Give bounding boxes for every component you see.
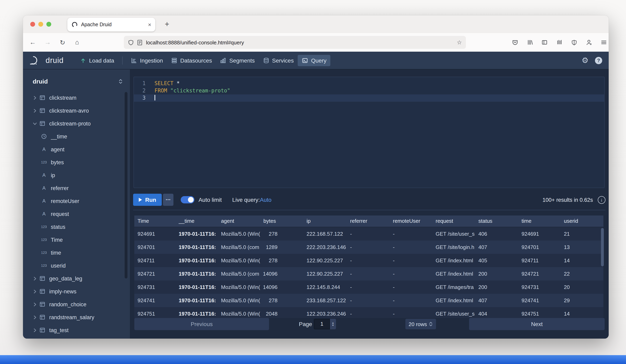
rows-per-page-select[interactable]: 20 rows [405, 319, 436, 329]
table-cell[interactable]: Mozilla/5.0 (Win( [218, 307, 260, 318]
table-cell[interactable]: Mozilla/5.0 (Win( [218, 294, 260, 307]
nav-item-query[interactable]: Query [298, 55, 330, 66]
new-tab-button[interactable]: + [162, 19, 172, 30]
table-cell[interactable]: GET /site/login.h [432, 241, 475, 254]
window-maximize-button[interactable] [46, 22, 51, 27]
page-number-input[interactable]: 1 [314, 319, 330, 329]
menu-icon[interactable] [598, 37, 609, 48]
tab-close-icon[interactable]: × [148, 22, 151, 27]
auto-limit-toggle[interactable] [181, 196, 195, 203]
table-cell[interactable]: 924691 [134, 227, 175, 241]
chevron-right-icon[interactable] [31, 315, 38, 320]
column-header-time[interactable]: time [518, 215, 561, 227]
window-minimize-button[interactable] [38, 22, 43, 27]
url-bar[interactable]: localhost:8888/unified-console.html#quer… [124, 36, 466, 49]
table-cell[interactable]: 122.90.225.227 [303, 267, 347, 281]
tree-column-userid[interactable]: 123userid [23, 259, 130, 272]
table-cell[interactable]: 278 [260, 254, 303, 267]
chevron-right-icon[interactable] [31, 108, 38, 113]
tree-column-remoteUser[interactable]: AremoteUser [23, 195, 130, 207]
table-cell[interactable]: Mozilla/5.0 (Win( [218, 227, 260, 241]
tree-column-bytes[interactable]: 123bytes [23, 156, 130, 169]
table-cell[interactable]: 14096 [260, 267, 303, 281]
back-icon[interactable]: ← [26, 36, 39, 49]
table-row[interactable]: 9247211970-01-11T16:Mozilla/5.0 (com1409… [134, 267, 603, 281]
extensions-icon[interactable] [554, 37, 565, 48]
bookmark-star-icon[interactable]: ☆ [457, 39, 462, 46]
chevron-right-icon[interactable] [31, 302, 38, 307]
table-cell[interactable]: - [347, 267, 390, 281]
tree-item-wikipedia-dynamic-1[interactable]: wikipedia-dynamic-1 [23, 337, 130, 339]
table-row[interactable]: 9247411970-01-11T16:Mozilla/5.0 (Win(278… [134, 294, 603, 307]
table-row[interactable]: 9247511970-01-11T16:Mozilla/5.0 (Win(204… [134, 307, 603, 318]
table-cell[interactable]: GET /site/user_s [432, 227, 475, 241]
tree-column-__time[interactable]: __time [23, 130, 130, 143]
table-cell[interactable]: 1970-01-11T16: [175, 307, 218, 318]
table-row[interactable]: 9246911970-01-11T16:Mozilla/5.0 (Win(278… [134, 227, 603, 241]
table-cell[interactable]: 21 [561, 227, 603, 241]
table-cell[interactable]: 29 [561, 294, 603, 307]
nav-item-services[interactable]: Services [259, 55, 298, 66]
table-cell[interactable]: 924711 [134, 254, 175, 267]
table-cell[interactable]: - [390, 227, 432, 241]
tree-column-time[interactable]: 123time [23, 246, 130, 259]
table-cell[interactable]: 407 [475, 241, 518, 254]
table-cell[interactable]: 924741 [518, 294, 561, 307]
window-close-button[interactable] [30, 22, 35, 27]
table-cell[interactable]: - [390, 294, 432, 307]
table-cell[interactable]: 14 [561, 254, 603, 267]
tree-item-tag_test[interactable]: tag_test [23, 324, 130, 337]
table-cell[interactable]: Mozilla/5.0 (Win( [218, 281, 260, 294]
run-button[interactable]: Run [133, 194, 162, 206]
page-info-icon[interactable] [137, 39, 142, 45]
table-cell[interactable]: 278 [260, 227, 303, 241]
table-cell[interactable]: 222.203.236.146 [303, 241, 347, 254]
table-cell[interactable]: - [390, 281, 432, 294]
table-cell[interactable]: GET /index.html [432, 294, 475, 307]
settings-gear-icon[interactable]: ⚙ [582, 56, 588, 64]
table-cell[interactable]: - [390, 267, 432, 281]
table-cell[interactable]: - [347, 227, 390, 241]
table-cell[interactable]: 2048 [260, 307, 303, 318]
column-header-remoteUser[interactable]: remoteUser [390, 215, 432, 227]
forward-icon[interactable]: → [41, 36, 54, 49]
table-cell[interactable]: 924721 [134, 267, 175, 281]
table-cell[interactable]: 233.168.257.122 [303, 294, 347, 307]
help-icon[interactable]: ? [595, 57, 602, 64]
library-icon[interactable] [524, 37, 536, 48]
table-cell[interactable]: 924731 [134, 281, 175, 294]
table-cell[interactable]: 924691 [518, 227, 561, 241]
pocket-icon[interactable] [509, 37, 521, 48]
table-row[interactable]: 9247311970-01-11T16:Mozilla/5.0 (Win(140… [134, 281, 603, 294]
stepper-down-icon[interactable]: ▼ [332, 324, 334, 327]
url-text[interactable]: localhost:8888/unified-console.html#quer… [146, 39, 244, 45]
tree-item-randstream_salary[interactable]: randstream_salary [23, 311, 130, 324]
table-cell[interactable]: Mozilla/5.0 (com [218, 267, 260, 281]
chevron-down-icon[interactable] [31, 121, 38, 126]
table-row[interactable]: 9247111970-01-11T16:Mozilla/5.0 (Win(278… [134, 254, 603, 267]
table-cell[interactable]: - [347, 307, 390, 318]
table-cell[interactable]: - [390, 254, 432, 267]
shield-badge-icon[interactable] [568, 37, 580, 48]
browser-tab[interactable]: Apache Druid × [67, 18, 155, 32]
tree-item-clickstream[interactable]: clickstream [23, 91, 130, 104]
next-page-button[interactable]: Next [469, 318, 605, 330]
table-cell[interactable]: 122.90.225.227 [303, 254, 347, 267]
account-icon[interactable] [583, 37, 594, 48]
column-header-Time[interactable]: Time [134, 215, 175, 227]
sql-editor[interactable]: 1 2 3 SELECT * FROM "clickstream-proto" [133, 77, 605, 188]
table-cell[interactable]: 122.203.236.246 [303, 307, 347, 318]
table-cell[interactable]: 1970-01-11T16: [175, 281, 218, 294]
druid-logo[interactable]: druid [30, 55, 64, 65]
table-cell[interactable]: 14 [561, 307, 603, 318]
table-cell[interactable]: 20 [561, 281, 603, 294]
run-more-button[interactable]: ••• [163, 194, 173, 206]
previous-page-button[interactable]: Previous [134, 318, 269, 330]
chevron-right-icon[interactable] [31, 328, 38, 332]
table-cell[interactable]: 924701 [518, 241, 561, 254]
tree-item-random_choice[interactable]: random_choice [23, 298, 130, 311]
table-cell[interactable]: Mozilla/5.0 (Win( [218, 254, 260, 267]
table-cell[interactable]: 405 [475, 254, 518, 267]
column-header-agent[interactable]: agent [218, 215, 260, 227]
table-cell[interactable]: - [347, 294, 390, 307]
